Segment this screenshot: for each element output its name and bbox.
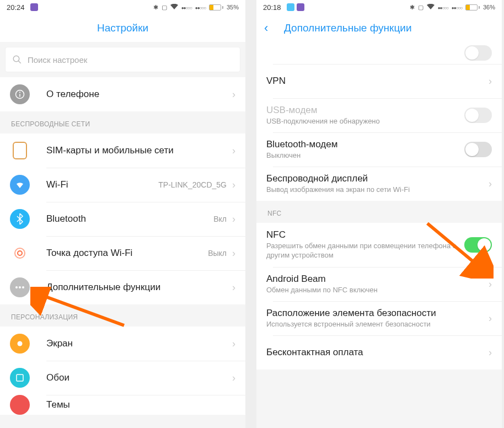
bluetooth-icon: [10, 209, 30, 229]
hotspot-label: Точка доступа Wi-Fi: [46, 248, 208, 259]
status-time: 20:18: [263, 3, 281, 12]
themes-icon: [10, 395, 30, 415]
vpn-row[interactable]: VPN ›: [256, 64, 502, 98]
svg-line-1: [18, 61, 21, 63]
svg-point-3: [19, 92, 20, 93]
secure-element-sub: Используется встроенный элемент безопасн…: [266, 320, 489, 329]
chevron-right-icon: ›: [489, 347, 492, 359]
bluetooth-status-icon: ✱: [410, 4, 415, 11]
wifi-row[interactable]: Wi-Fi TP-LINK_20CD_5G ›: [0, 168, 245, 202]
page-title: Дополнительные функции: [284, 22, 412, 34]
display-icon: [10, 334, 30, 354]
vpn-label: VPN: [266, 76, 489, 87]
wireless-display-row[interactable]: Беспроводной дисплей Вывод изображения н…: [256, 167, 502, 201]
about-phone-row[interactable]: О телефоне ›: [0, 77, 245, 111]
settings-screen: 20:24 ✱ ▢ 35% Настройки Поиск настроек: [0, 0, 245, 428]
search-input[interactable]: Поиск настроек: [6, 47, 240, 72]
search-placeholder: Поиск настроек: [28, 55, 87, 65]
android-beam-label: Android Beam: [266, 274, 489, 285]
secure-element-row[interactable]: Расположение элемента безопасности Испол…: [256, 301, 502, 335]
battery-percent: 36%: [483, 4, 495, 10]
status-bar: 20:18 ✱ ▢ 36%: [256, 0, 502, 14]
svg-point-9: [22, 286, 24, 288]
android-beam-sub: Обмен данными по NFC включен: [266, 286, 489, 295]
svg-rect-11: [17, 374, 23, 381]
bt-modem-row[interactable]: Bluetooth-модем Выключен: [256, 132, 502, 167]
bt-modem-label: Bluetooth-модем: [266, 139, 464, 150]
wallpaper-row[interactable]: Обои ›: [0, 361, 245, 395]
signal-icon: [181, 4, 192, 10]
android-beam-row[interactable]: Android Beam Обмен данными по NFC включе…: [256, 267, 502, 301]
more-functions-label: Дополнительные функции: [46, 282, 232, 293]
viber-icon: [297, 3, 304, 11]
wifi-icon: [10, 175, 30, 195]
bt-modem-sub: Выключен: [266, 151, 464, 160]
bt-modem-toggle[interactable]: [464, 142, 492, 157]
svg-point-7: [15, 286, 18, 288]
battery-icon: [465, 4, 480, 10]
themes-row[interactable]: Темы: [0, 395, 245, 415]
display-row[interactable]: Экран ›: [0, 327, 245, 361]
bluetooth-row[interactable]: Bluetooth Вкл ›: [0, 202, 245, 236]
toggle-switch[interactable]: [464, 45, 492, 61]
chevron-right-icon: ›: [232, 372, 235, 384]
signal-icon-2: [452, 4, 462, 10]
more-icon: [10, 277, 30, 297]
svg-point-10: [18, 341, 23, 346]
chevron-right-icon: ›: [489, 76, 492, 87]
chevron-right-icon: ›: [489, 313, 492, 324]
about-phone-label: О телефоне: [46, 89, 232, 100]
signal-icon: [438, 4, 448, 10]
nfc-row[interactable]: NFC Разрешить обмен данными при совмещен…: [256, 223, 502, 267]
svg-point-0: [13, 56, 19, 62]
chevron-right-icon: ›: [232, 213, 235, 225]
svg-point-8: [19, 286, 21, 288]
themes-label: Темы: [46, 399, 235, 410]
usb-modem-row[interactable]: USB-модем USB-подключения не обнаружено: [256, 98, 502, 132]
page-title: Настройки: [97, 22, 148, 34]
wifi-value: TP-LINK_20CD_5G: [158, 180, 227, 189]
bluetooth-value: Вкл: [213, 215, 227, 223]
partial-toggle-row[interactable]: [256, 42, 502, 64]
app-icon-1: [287, 3, 294, 11]
hotspot-row[interactable]: Точка доступа Wi-Fi Выкл ›: [0, 236, 245, 270]
sim-row[interactable]: SIM-карты и мобильные сети ›: [0, 133, 245, 168]
chevron-right-icon: ›: [232, 248, 235, 259]
nfc-sub: Разрешить обмен данными при совмещении т…: [266, 242, 464, 260]
status-bar: 20:24 ✱ ▢ 35%: [0, 0, 245, 14]
battery-percent: 35%: [227, 4, 239, 10]
back-button[interactable]: ‹: [264, 22, 268, 34]
search-icon: [12, 55, 22, 65]
secure-element-label: Расположение элемента безопасности: [266, 308, 489, 319]
info-icon: [10, 84, 30, 104]
chevron-right-icon: ›: [232, 282, 235, 293]
chevron-right-icon: ›: [232, 179, 235, 191]
wireless-section-label: БЕСПРОВОДНЫЕ СЕТИ: [0, 111, 245, 133]
nfc-label: NFC: [266, 229, 464, 240]
chevron-right-icon: ›: [489, 178, 492, 190]
wallpaper-label: Обои: [46, 372, 232, 383]
vibrate-icon: ▢: [418, 4, 423, 11]
chevron-right-icon: ›: [489, 279, 492, 290]
hotspot-icon: [10, 243, 30, 263]
usb-modem-toggle[interactable]: [464, 108, 492, 123]
viber-icon: [30, 3, 38, 11]
sim-icon: [13, 142, 27, 159]
header: ‹ Дополнительные функции: [256, 14, 502, 42]
signal-icon-2: [195, 4, 206, 10]
usb-modem-label: USB-модем: [266, 105, 464, 116]
more-functions-screen: 20:18 ✱ ▢ 36% ‹ Дополнительные функции: [256, 0, 502, 428]
svg-point-6: [15, 248, 25, 258]
tap-pay-row[interactable]: Бесконтактная оплата ›: [256, 335, 502, 370]
wifi-status-icon: [427, 4, 435, 10]
chevron-right-icon: ›: [232, 89, 235, 100]
wireless-display-label: Беспроводной дисплей: [266, 173, 489, 184]
chevron-right-icon: ›: [232, 338, 235, 350]
wireless-display-sub: Вывод изображения на экран по сети Wi-Fi: [266, 185, 489, 195]
bluetooth-label: Bluetooth: [46, 213, 213, 224]
more-functions-row[interactable]: Дополнительные функции ›: [0, 270, 245, 304]
svg-point-5: [18, 251, 22, 255]
personalization-section-label: ПЕРСОНАЛИЗАЦИЯ: [0, 304, 245, 327]
battery-icon: [209, 4, 223, 10]
nfc-toggle[interactable]: [464, 237, 492, 253]
